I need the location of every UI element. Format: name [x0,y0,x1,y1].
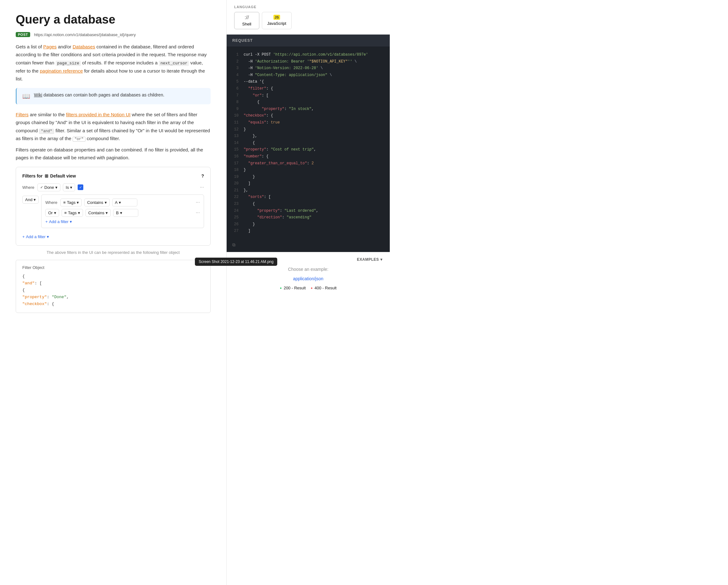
filters-section: Filters are similar to the filters provi… [16,111,211,162]
code-line-r21: 21 }, [232,187,384,194]
response-section: RESPONSE EXAMPLES ▾ Choose an example: a… [227,252,390,295]
chevron-val-b: ▾ [120,211,122,215]
code-line-r9: 9 "property": "In stock", [232,106,384,113]
code-line-r14: 14 { [232,140,384,147]
code-line-r24: 24 "property": "Last ordered", [232,208,384,215]
is-label: Is [66,185,69,190]
more-dots-1[interactable]: ··· [200,184,204,190]
copy-button[interactable]: ⧉ [227,240,390,252]
right-panel: LANGUAGE :// Shell JS JavaScript REQUEST… [226,0,390,585]
filters-para2: Filters operate on database properties a… [16,146,211,162]
lines-icon-a: ≡ [63,200,66,205]
filter-for-label: Filters for [22,174,43,179]
desc-text1b: and/or [57,44,73,49]
dots-a[interactable]: ··· [196,200,200,205]
contains-select-a[interactable]: Contains ▾ [84,198,109,206]
desc-text1d: of results. If the response includes a [81,60,159,65]
result-200-badge[interactable]: ● 200 - Result [280,286,306,290]
databases-link[interactable]: Databases [73,44,95,49]
page-size-code: page_size [56,61,81,66]
callout-suffix: databases can contain both pages and dat… [42,92,164,98]
or-label: Or [48,211,52,215]
wiki-link[interactable]: Wiki [34,92,42,98]
help-icon[interactable]: ? [201,174,204,179]
nested-group-row: And ▾ Where ≡ Tags ▾ Contains ▾ [22,194,204,231]
filter-object-label: Filter Object [22,265,204,270]
chevron-contains-b: ▾ [106,211,108,215]
tags-select-a[interactable]: ≡ Tags ▾ [60,198,82,206]
shell-button[interactable]: :// Shell [234,12,259,29]
and-code: "and" [39,129,54,134]
dots-b[interactable]: ··· [196,210,200,215]
code-line-r18: 18 } [232,167,384,174]
language-buttons: :// Shell JS JavaScript [234,12,382,29]
chevron-contains-a: ▾ [105,200,107,205]
and-select[interactable]: And ▾ [22,196,39,204]
description-para: Gets a list of Pages and/or Databases co… [16,43,211,83]
code-line-r10: 10 "checkbox": { [232,112,384,119]
result-200-label: 200 - Result [284,286,306,290]
chevron-or: ▾ [54,211,56,215]
add-filter-nested-label: Add a filter [49,219,69,224]
code-line-r23: 23 { [232,201,384,208]
code-line-r27: 27 ] [232,228,384,235]
or-select[interactable]: Or ▾ [45,209,59,217]
code-area: 1 curl -X POST 'https://api.notion.com/v… [227,47,390,240]
code-line-r2: 2 -H 'Authorization: Bearer '"$NOTION_AP… [232,58,384,65]
and-label: And [25,197,32,202]
code-line-r17: 17 "greater_than_or_equal_to": 2 [232,160,384,167]
request-header: REQUEST [227,34,390,47]
code-line-r4: 4 -H "Content-Type: application/json" \ [232,72,384,79]
chevron-add-main: ▾ [47,234,49,239]
request-section: REQUEST 1 curl -X POST 'https://api.noti… [227,34,390,252]
add-filter-main-btn[interactable]: + Add a filter ▾ [22,234,204,239]
code-line-r16: 16 "number": { [232,153,384,160]
code-line-r11: 11 "equals": true [232,119,384,126]
is-select[interactable]: Is ▾ [63,184,75,191]
value-select-b[interactable]: B ▾ [113,209,138,217]
value-select-a[interactable]: A ▾ [112,198,137,206]
done-label: Done [44,185,54,190]
code-line-r15: 15 "property": "Cost of next trip", [232,147,384,153]
pagination-link[interactable]: pagination reference [40,68,83,74]
pages-link[interactable]: Pages [43,44,57,49]
filter-row-1: Where ✓ Done ▾ Is ▾ ✓ ··· [22,184,204,191]
response-header: RESPONSE EXAMPLES ▾ [234,257,382,262]
check-icon-small: ✓ [40,185,43,189]
code-line-r13: 13 }, [232,133,384,140]
callout-text: Wiki databases can contain both pages an… [34,92,164,98]
contains-label-a: Contains [87,200,103,205]
code-line-r19: 19 } [232,174,384,181]
request-label: REQUEST [232,38,253,43]
checkbox-checked[interactable]: ✓ [78,184,83,190]
endpoint-url: https://api.notion.com/v1/databases/{dat… [34,32,136,37]
code-line-r22: 22 "sorts": [ [232,194,384,201]
default-view-label: Default view [50,174,76,179]
result-400-label: 400 - Result [315,286,337,290]
add-filter-nested-btn[interactable]: + Add a filter ▾ [45,219,200,224]
code-line-r5: 5 --data '{ [232,79,384,85]
contains-select-b[interactable]: Contains ▾ [85,209,111,217]
chevron-down-icon2: ▾ [70,185,72,190]
code-line-4: "property": "Done", [22,294,204,301]
filters-para1: Filters are similar to the filters provi… [16,111,211,143]
javascript-button[interactable]: JS JavaScript [262,12,292,29]
page-title: Query a database [16,12,211,27]
response-label: RESPONSE [234,258,256,261]
filter-caption: The above filters in the UI can be repre… [16,250,211,255]
js-icon: JS [274,15,280,20]
code-line-r8: 8 { [232,99,384,106]
where-label: Where [22,185,35,190]
result-400-badge[interactable]: ● 400 - Result [311,286,337,290]
next-cursor-code: next_cursor [159,61,189,66]
app-json-text[interactable]: application/json [234,276,382,281]
filter-ui-header: Filters for ⊞ Default view ? [22,174,204,179]
add-filter-main-label: Add a filter [26,234,46,239]
choose-example-text: Choose an example: [234,267,382,272]
notion-ui-link[interactable]: filters provided in the Notion UI [66,112,130,117]
tags-select-b[interactable]: ≡ Tags ▾ [61,209,83,217]
filters-link1[interactable]: Filters [16,112,29,117]
done-select[interactable]: ✓ Done ▾ [37,184,60,191]
shell-label: Shell [242,22,252,26]
examples-button[interactable]: EXAMPLES ▾ [357,257,382,262]
